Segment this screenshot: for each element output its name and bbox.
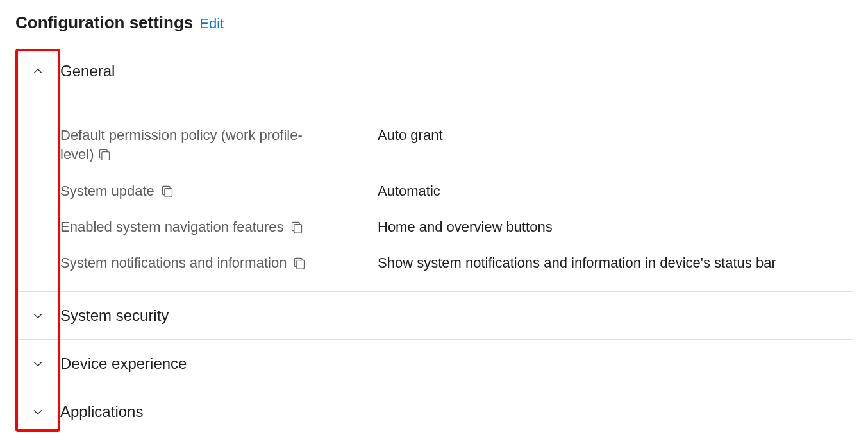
info-icon[interactable] <box>293 256 306 271</box>
section-header-system-security[interactable]: System security <box>15 292 853 339</box>
setting-value: Automatic <box>378 182 440 201</box>
setting-value: Auto grant <box>378 126 443 145</box>
section-header-device-experience[interactable]: Device experience <box>15 340 853 388</box>
svg-rect-1 <box>101 152 109 160</box>
page-header: Configuration settings Edit <box>15 13 853 47</box>
info-icon[interactable] <box>290 220 303 235</box>
setting-row: System notifications and information Sho… <box>15 253 853 273</box>
chevron-down-icon <box>15 309 60 322</box>
svg-rect-7 <box>297 260 305 269</box>
setting-row: Default permission policy (work profile-… <box>15 126 853 165</box>
setting-label: Enabled system navigation features <box>60 218 284 237</box>
info-icon[interactable] <box>98 146 111 166</box>
info-icon[interactable] <box>161 184 174 200</box>
chevron-up-icon <box>15 65 60 78</box>
section-header-applications[interactable]: Applications <box>15 388 853 435</box>
svg-rect-5 <box>294 225 301 233</box>
section-device-experience: Device experience <box>15 340 853 388</box>
section-title-device-experience: Device experience <box>60 355 187 373</box>
section-body-general: Default permission policy (work profile-… <box>15 95 853 291</box>
section-applications: Applications <box>15 388 853 435</box>
setting-label: System notifications and information <box>60 253 287 273</box>
setting-label: System update <box>60 182 154 201</box>
page-title: Configuration settings <box>15 13 193 33</box>
section-general: General Default permission policy (work … <box>15 47 853 292</box>
setting-label: Default permission policy (work profile-… <box>60 126 336 165</box>
setting-value: Show system notifications and informatio… <box>378 253 776 273</box>
section-system-security: System security <box>15 292 853 340</box>
chevron-down-icon <box>15 357 60 370</box>
chevron-down-icon <box>15 405 60 418</box>
section-title-applications: Applications <box>60 403 143 421</box>
section-header-general[interactable]: General <box>15 47 853 95</box>
section-title-general: General <box>60 62 115 80</box>
setting-value: Home and overview buttons <box>378 218 553 237</box>
setting-row: System update Automatic <box>15 182 853 201</box>
edit-link[interactable]: Edit <box>199 15 224 32</box>
section-title-system-security: System security <box>60 307 169 325</box>
setting-row: Enabled system navigation features Home … <box>15 218 853 237</box>
svg-rect-3 <box>165 188 172 196</box>
